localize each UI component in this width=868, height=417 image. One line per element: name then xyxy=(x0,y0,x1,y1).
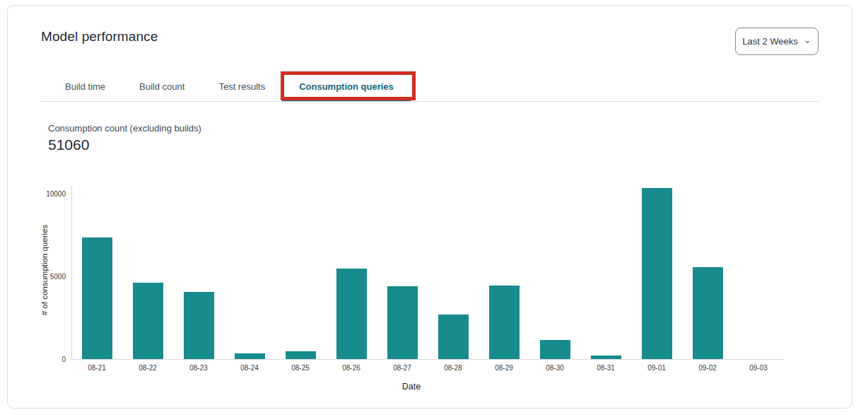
page-title: Model performance xyxy=(41,29,158,45)
tab-consumption-queries[interactable]: Consumption queries xyxy=(282,72,411,101)
bar-08-21[interactable] xyxy=(82,237,112,359)
x-tick-label: 08-22 xyxy=(122,364,173,372)
bar-08-26[interactable] xyxy=(336,269,367,359)
tab-build-time[interactable]: Build time xyxy=(48,72,122,101)
bar-slot xyxy=(225,186,276,359)
bar-08-22[interactable] xyxy=(133,283,163,359)
bar-08-30[interactable] xyxy=(540,340,570,359)
bar-08-27[interactable] xyxy=(387,286,418,359)
y-tick-label: 10000 xyxy=(46,189,66,199)
date-range-dropdown[interactable]: Last 2 Weeks ⌄ xyxy=(735,28,819,55)
x-axis-title: Date xyxy=(402,382,421,392)
bar-08-29[interactable] xyxy=(489,286,520,359)
bar-slot xyxy=(327,186,377,359)
plot-area xyxy=(71,186,784,360)
metric-label: Consumption count (excluding builds) xyxy=(48,123,201,134)
x-tick-label: 08-25 xyxy=(275,364,326,372)
bar-09-02[interactable] xyxy=(693,267,723,359)
bar-slot xyxy=(174,186,225,359)
tab-bar: Build time Build count Test results Cons… xyxy=(41,72,819,102)
bar-08-31[interactable] xyxy=(591,356,621,359)
tab-test-results[interactable]: Test results xyxy=(201,72,282,101)
x-tick-label: 08-26 xyxy=(326,364,377,372)
y-axis-ticks: 0500010000 xyxy=(36,186,69,360)
bar-slot xyxy=(428,186,479,359)
bar-slot xyxy=(123,186,174,359)
bar-slot xyxy=(479,186,529,359)
x-tick-label: 09-01 xyxy=(631,364,682,372)
x-tick-label: 08-27 xyxy=(377,364,428,372)
x-tick-label: 09-03 xyxy=(733,364,784,372)
y-tick-label: 0 xyxy=(61,355,66,364)
bar-08-23[interactable] xyxy=(184,292,214,359)
bar-slot xyxy=(733,186,784,359)
model-performance-card: Model performance Last 2 Weeks ⌄ Build t… xyxy=(7,5,852,409)
x-tick-label: 09-02 xyxy=(682,364,733,372)
chevron-down-icon: ⌄ xyxy=(804,35,811,45)
bar-slot xyxy=(72,186,123,359)
x-tick-label: 08-29 xyxy=(479,364,529,372)
bar-slot xyxy=(631,186,682,359)
x-tick-label: 08-23 xyxy=(173,364,224,372)
metric-block: Consumption count (excluding builds) 510… xyxy=(48,123,201,153)
x-axis-labels: 08-2108-2208-2308-2408-2508-2608-2708-28… xyxy=(71,364,784,372)
metric-value: 51060 xyxy=(48,136,201,153)
tab-build-count[interactable]: Build count xyxy=(122,72,201,101)
x-tick-label: 08-28 xyxy=(428,364,479,372)
bar-08-28[interactable] xyxy=(438,315,469,359)
bar-slot xyxy=(529,186,580,359)
bar-09-01[interactable] xyxy=(642,188,672,359)
bar-slot xyxy=(682,186,733,359)
bar-slot xyxy=(276,186,327,359)
bar-08-24[interactable] xyxy=(235,353,265,359)
y-tick-label: 5000 xyxy=(50,272,66,281)
bar-slot xyxy=(377,186,428,359)
x-tick-label: 08-24 xyxy=(224,364,275,372)
bar-08-25[interactable] xyxy=(286,351,316,359)
bar-slot xyxy=(580,186,631,359)
x-tick-label: 08-30 xyxy=(529,364,580,372)
x-tick-label: 08-31 xyxy=(580,364,631,372)
date-range-value: Last 2 Weeks xyxy=(742,36,798,47)
x-tick-label: 08-21 xyxy=(71,364,122,372)
